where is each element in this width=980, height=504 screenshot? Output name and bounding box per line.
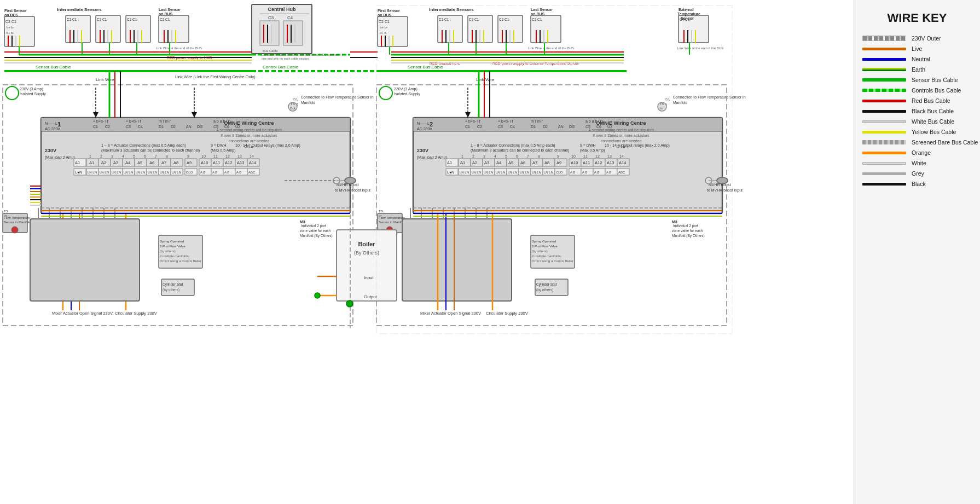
svg-text:on BUS: on BUS [378,13,392,17]
svg-text:A9: A9 [556,160,561,165]
svg-text:OMNIE Wiring Centre: OMNIE Wiring Centre [224,120,274,126]
wiring-diagram-svg: Central Hub C3 C4 C2 C1 b+ b- b+ b- Firs… [0,0,854,504]
svg-text:M3: M3 [672,220,677,224]
wire-key-item: Live [862,45,972,52]
svg-text:Central Hub: Central Hub [268,7,296,12]
svg-text:C4: C4 [510,125,515,129]
svg-text:DG: DG [197,125,203,129]
svg-text:A3: A3 [484,160,489,165]
wire-label-live: Live [912,45,922,52]
svg-text:(Maximum 3 actuators can be co: (Maximum 3 actuators can be connected to… [101,148,200,153]
wire-swatch-230v-outer [862,36,906,41]
svg-text:C3: C3 [126,125,131,129]
svg-text:LN LN: LN LN [460,171,469,174]
svg-text:Circulator Supply 230V: Circulator Supply 230V [486,311,528,316]
svg-text:b+ b-: b+ b- [380,31,387,34]
svg-text:10 - 14 = Output relays (max 2: 10 - 14 = Output relays (max 2.0 Amp) [235,143,300,148]
svg-text:on BUS: on BUS [531,12,545,16]
svg-text:(by others): (by others) [160,250,176,253]
svg-text:(by others): (by others) [163,288,179,292]
svg-text:Input: Input [364,275,374,280]
wire-label-black: Black [912,181,926,187]
svg-text:m r   m r: m r m r [159,119,171,123]
svg-text:OMNIE Wiring Centre: OMNIE Wiring Centre [596,120,646,126]
svg-text:10 - 14 = Output relays (max 2: 10 - 14 = Output relays (max 2.0 Amp) [605,143,670,148]
svg-text:A3: A3 [113,160,118,165]
svg-text:LN LN: LN LN [136,171,145,174]
svg-text:A7: A7 [532,160,537,165]
svg-text:b+ b-: b+ b- [380,26,387,29]
wire-swatch-neutral [862,58,906,61]
svg-text:(by others): (by others) [532,250,548,253]
svg-text:C2: C2 [477,125,482,129]
svg-text:2: 2 [100,154,102,158]
svg-text:First Sensor: First Sensor [4,9,27,13]
svg-text:Sensor Bus Cable: Sensor Bus Cable [408,65,443,69]
wire-key-item: Black Bus Cable [862,108,972,114]
svg-text:Connection to Flow Temperature: Connection to Flow Temperature Sensor in [673,95,746,100]
svg-text:230V (3 Amp): 230V (3 Amp) [394,87,417,91]
wire-key-item: Yellow Bus Cable [862,129,972,135]
svg-text:A10: A10 [201,160,208,165]
svg-text:5: 5 [133,154,135,158]
svg-text:TS: TS [660,102,664,106]
svg-text:Manifold: Manifold [673,101,688,105]
wire-swatch-live [862,48,906,50]
svg-text:A8: A8 [544,160,549,165]
svg-text:Individual 2 port: Individual 2 port [301,224,326,228]
svg-text:1: 1 [89,154,91,158]
wire-key-item: Controls Bus Cable [862,87,972,94]
wire-key-item: White Bus Cable [862,118,972,125]
svg-text:Sensor Bus Cable: Sensor Bus Cable [36,65,71,69]
svg-text:LN LN: LN LN [124,171,133,174]
svg-text:A B: A B [594,171,599,174]
svg-text:LN LN: LN LN [100,171,109,174]
svg-text:(Maximum 3 actuators can be co: (Maximum 3 actuators can be connected to… [471,148,569,153]
svg-text:11: 11 [213,154,218,158]
svg-text:2: 2 [472,154,474,158]
svg-text:A second wiring center will be: A second wiring center will be required [588,128,654,132]
svg-text:(Max load 2 Amp): (Max load 2 Amp) [417,155,447,160]
svg-text:A12: A12 [595,160,602,165]
svg-text:9 = DWH: 9 = DWH [580,143,596,147]
svg-text:12: 12 [595,154,600,158]
svg-text:A1: A1 [460,160,465,165]
svg-text:Isolated Supply: Isolated Supply [394,92,420,96]
svg-rect-389 [402,219,512,301]
svg-text:+   b+b-   i   f: + b+b- i f [126,119,141,123]
svg-text:1 – 8 = Actuator Connections (: 1 – 8 = Actuator Connections (max 0.5 Am… [471,143,555,148]
svg-text:Cylinder Stat: Cylinder Stat [536,282,556,287]
svg-text:In: In [4,214,7,217]
wire-label-orange: Orange [912,149,931,156]
svg-text:C1: C1 [465,125,470,129]
wire-label-neutral: Neutral [912,56,930,62]
wire-key-title: WIRE KEY [862,11,972,25]
svg-text:zone valve for each: zone valve for each [300,229,331,233]
wire-key-item: Screened Bare Bus Cable [862,139,972,146]
svg-text:A5: A5 [137,160,142,165]
svg-text:8: 8 [166,154,168,158]
svg-text:LN LN: LN LN [172,171,181,174]
svg-text:LN LN: LN LN [112,171,121,174]
svg-rect-7 [283,21,303,45]
wire-key-item: Red Bus Cable [862,97,972,104]
svg-text:C2: C2 [105,125,110,129]
svg-rect-6 [260,21,279,45]
wire-swatch-black-bus [862,110,906,113]
wire-swatch-controls-bus [862,89,906,92]
svg-text:C2  C1: C2 C1 [439,18,449,21]
svg-rect-190 [30,219,140,301]
wire-key-item: Sensor Bus Cable [862,77,972,83]
svg-text:M3: M3 [300,220,305,224]
svg-text:First Sensor: First Sensor [378,9,400,13]
svg-point-472 [346,300,353,307]
svg-text:AC 230V: AC 230V [45,127,60,131]
svg-text:D2: D2 [171,125,176,129]
wire-swatch-earth [862,68,906,71]
svg-text:D2: D2 [543,125,548,129]
svg-text:Last Sensor: Last Sensor [531,8,553,11]
svg-text:8: 8 [538,154,540,158]
wire-label-earth: Earth [912,66,925,73]
svg-text:+   b+b-   i   f: + b+b- i f [93,119,108,123]
svg-text:Sensor in Manifold: Sensor in Manifold [4,221,31,224]
